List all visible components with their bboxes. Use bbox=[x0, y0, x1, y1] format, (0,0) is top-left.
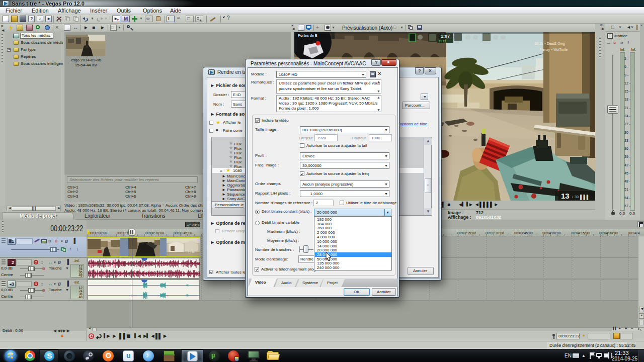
svg-text:Frenzy × WutTurtle: Frenzy × WutTurtle bbox=[540, 48, 568, 52]
svg-text:11 15: 11 15 bbox=[439, 40, 446, 43]
svg-text:Portes de B: Portes de B bbox=[298, 34, 317, 37]
svg-text:1:07: 1:07 bbox=[441, 34, 450, 39]
svg-text:13: 13 bbox=[561, 192, 570, 200]
svg-text:/ 30: / 30 bbox=[572, 195, 579, 199]
svg-text:B0 Zε × Dead1-Omg: B0 Zε × Dead1-Omg bbox=[535, 42, 565, 46]
svg-text:▌▌▌: ▌▌▌ bbox=[580, 194, 590, 200]
